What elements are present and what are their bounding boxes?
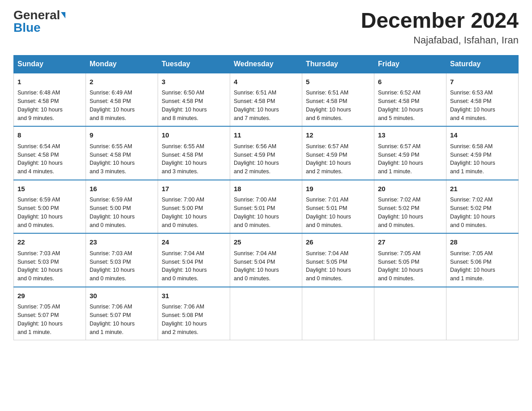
day-number: 13 xyxy=(378,130,442,141)
calendar-cell: 18 Sunrise: 7:00 AM Sunset: 5:01 PM Dayl… xyxy=(230,180,302,234)
day-number: 12 xyxy=(306,130,370,141)
calendar-cell: 22 Sunrise: 7:03 AM Sunset: 5:03 PM Dayl… xyxy=(14,233,86,287)
day-number: 7 xyxy=(450,77,515,87)
week-row-3: 15 Sunrise: 6:59 AM Sunset: 5:00 PM Dayl… xyxy=(14,180,519,234)
day-info: Sunrise: 7:01 AM Sunset: 5:01 PM Dayligh… xyxy=(306,196,370,229)
logo-general-text: General xyxy=(13,9,60,21)
day-info: Sunrise: 6:59 AM Sunset: 5:00 PM Dayligh… xyxy=(17,196,82,229)
calendar-cell: 20 Sunrise: 7:02 AM Sunset: 5:02 PM Dayl… xyxy=(374,180,446,234)
day-number: 9 xyxy=(90,130,154,141)
day-number: 5 xyxy=(306,77,370,87)
title-section: December 2024 Najafabad, Isfahan, Iran xyxy=(361,9,519,46)
day-number: 18 xyxy=(234,184,298,194)
day-info: Sunrise: 6:55 AM Sunset: 4:58 PM Dayligh… xyxy=(90,142,154,176)
day-info: Sunrise: 7:05 AM Sunset: 5:07 PM Dayligh… xyxy=(17,303,82,336)
day-number: 17 xyxy=(162,184,226,194)
weekday-header-wednesday: Wednesday xyxy=(230,55,302,73)
day-info: Sunrise: 6:55 AM Sunset: 4:58 PM Dayligh… xyxy=(162,142,226,176)
calendar-cell: 6 Sunrise: 6:52 AM Sunset: 4:58 PM Dayli… xyxy=(374,73,446,127)
day-info: Sunrise: 6:54 AM Sunset: 4:58 PM Dayligh… xyxy=(17,142,82,176)
day-info: Sunrise: 7:04 AM Sunset: 5:04 PM Dayligh… xyxy=(162,249,226,283)
day-number: 15 xyxy=(17,184,82,194)
calendar-cell: 23 Sunrise: 7:03 AM Sunset: 5:03 PM Dayl… xyxy=(86,233,158,287)
calendar-cell: 27 Sunrise: 7:05 AM Sunset: 5:05 PM Dayl… xyxy=(374,233,446,287)
day-number: 6 xyxy=(378,77,442,87)
day-info: Sunrise: 6:51 AM Sunset: 4:58 PM Dayligh… xyxy=(306,89,370,122)
day-number: 21 xyxy=(450,184,515,194)
day-number: 25 xyxy=(234,237,298,248)
day-info: Sunrise: 6:57 AM Sunset: 4:59 PM Dayligh… xyxy=(306,142,370,176)
calendar-cell xyxy=(374,287,446,340)
calendar-cell xyxy=(230,287,302,340)
calendar-cell: 12 Sunrise: 6:57 AM Sunset: 4:59 PM Dayl… xyxy=(302,126,374,180)
calendar-cell: 5 Sunrise: 6:51 AM Sunset: 4:58 PM Dayli… xyxy=(302,73,374,127)
calendar-cell: 1 Sunrise: 6:48 AM Sunset: 4:58 PM Dayli… xyxy=(14,73,86,127)
calendar-cell: 4 Sunrise: 6:51 AM Sunset: 4:58 PM Dayli… xyxy=(230,73,302,127)
logo-arrow-icon xyxy=(61,12,65,18)
day-number: 1 xyxy=(17,77,82,87)
day-info: Sunrise: 6:49 AM Sunset: 4:58 PM Dayligh… xyxy=(90,89,154,122)
day-number: 8 xyxy=(17,130,82,141)
day-number: 29 xyxy=(17,291,82,301)
day-info: Sunrise: 7:06 AM Sunset: 5:07 PM Dayligh… xyxy=(90,303,154,336)
day-info: Sunrise: 6:52 AM Sunset: 4:58 PM Dayligh… xyxy=(378,89,442,122)
calendar-cell: 28 Sunrise: 7:05 AM Sunset: 5:06 PM Dayl… xyxy=(446,233,519,287)
day-number: 14 xyxy=(450,130,515,141)
calendar-cell: 7 Sunrise: 6:53 AM Sunset: 4:58 PM Dayli… xyxy=(446,73,519,127)
day-number: 11 xyxy=(234,130,298,141)
calendar-cell xyxy=(302,287,374,340)
week-row-4: 22 Sunrise: 7:03 AM Sunset: 5:03 PM Dayl… xyxy=(14,233,519,287)
calendar-cell: 2 Sunrise: 6:49 AM Sunset: 4:58 PM Dayli… xyxy=(86,73,158,127)
calendar-cell: 14 Sunrise: 6:58 AM Sunset: 4:59 PM Dayl… xyxy=(446,126,519,180)
month-title: December 2024 xyxy=(361,9,519,33)
day-info: Sunrise: 7:04 AM Sunset: 5:05 PM Dayligh… xyxy=(306,249,370,283)
day-number: 23 xyxy=(90,237,154,248)
day-info: Sunrise: 7:05 AM Sunset: 5:05 PM Dayligh… xyxy=(378,249,442,283)
day-info: Sunrise: 6:50 AM Sunset: 4:58 PM Dayligh… xyxy=(162,89,226,122)
calendar-cell: 17 Sunrise: 7:00 AM Sunset: 5:00 PM Dayl… xyxy=(158,180,230,234)
calendar-cell: 26 Sunrise: 7:04 AM Sunset: 5:05 PM Dayl… xyxy=(302,233,374,287)
weekday-header-row: SundayMondayTuesdayWednesdayThursdayFrid… xyxy=(14,55,519,73)
day-number: 20 xyxy=(378,184,442,194)
calendar-cell: 21 Sunrise: 7:02 AM Sunset: 5:02 PM Dayl… xyxy=(446,180,519,234)
day-info: Sunrise: 6:57 AM Sunset: 4:59 PM Dayligh… xyxy=(378,142,442,176)
day-number: 16 xyxy=(90,184,154,194)
day-info: Sunrise: 7:04 AM Sunset: 5:04 PM Dayligh… xyxy=(234,249,298,283)
logo-blue-text: Blue xyxy=(13,21,41,34)
day-info: Sunrise: 7:02 AM Sunset: 5:02 PM Dayligh… xyxy=(450,196,515,229)
day-number: 10 xyxy=(162,130,226,141)
calendar-cell: 16 Sunrise: 6:59 AM Sunset: 5:00 PM Dayl… xyxy=(86,180,158,234)
weekday-header-saturday: Saturday xyxy=(446,55,519,73)
calendar-cell: 29 Sunrise: 7:05 AM Sunset: 5:07 PM Dayl… xyxy=(14,287,86,340)
day-info: Sunrise: 6:51 AM Sunset: 4:58 PM Dayligh… xyxy=(234,89,298,122)
week-row-1: 1 Sunrise: 6:48 AM Sunset: 4:58 PM Dayli… xyxy=(14,73,519,127)
calendar-cell: 19 Sunrise: 7:01 AM Sunset: 5:01 PM Dayl… xyxy=(302,180,374,234)
day-number: 31 xyxy=(162,291,226,301)
day-number: 24 xyxy=(162,237,226,248)
calendar-cell: 31 Sunrise: 7:06 AM Sunset: 5:08 PM Dayl… xyxy=(158,287,230,340)
day-info: Sunrise: 7:03 AM Sunset: 5:03 PM Dayligh… xyxy=(90,249,154,283)
day-info: Sunrise: 7:02 AM Sunset: 5:02 PM Dayligh… xyxy=(378,196,442,229)
day-number: 2 xyxy=(90,77,154,87)
calendar-cell: 10 Sunrise: 6:55 AM Sunset: 4:58 PM Dayl… xyxy=(158,126,230,180)
calendar-cell: 15 Sunrise: 6:59 AM Sunset: 5:00 PM Dayl… xyxy=(14,180,86,234)
calendar-table: SundayMondayTuesdayWednesdayThursdayFrid… xyxy=(13,55,519,341)
calendar-cell: 25 Sunrise: 7:04 AM Sunset: 5:04 PM Dayl… xyxy=(230,233,302,287)
calendar-cell: 24 Sunrise: 7:04 AM Sunset: 5:04 PM Dayl… xyxy=(158,233,230,287)
day-info: Sunrise: 6:59 AM Sunset: 5:00 PM Dayligh… xyxy=(90,196,154,229)
day-info: Sunrise: 6:58 AM Sunset: 4:59 PM Dayligh… xyxy=(450,142,515,176)
page-header: General Blue December 2024 Najafabad, Is… xyxy=(13,9,519,46)
day-info: Sunrise: 6:56 AM Sunset: 4:59 PM Dayligh… xyxy=(234,142,298,176)
logo: General Blue xyxy=(13,9,65,34)
day-info: Sunrise: 7:03 AM Sunset: 5:03 PM Dayligh… xyxy=(17,249,82,283)
calendar-cell: 30 Sunrise: 7:06 AM Sunset: 5:07 PM Dayl… xyxy=(86,287,158,340)
weekday-header-friday: Friday xyxy=(374,55,446,73)
weekday-header-monday: Monday xyxy=(86,55,158,73)
calendar-cell: 9 Sunrise: 6:55 AM Sunset: 4:58 PM Dayli… xyxy=(86,126,158,180)
day-info: Sunrise: 7:00 AM Sunset: 5:00 PM Dayligh… xyxy=(162,196,226,229)
calendar-cell: 11 Sunrise: 6:56 AM Sunset: 4:59 PM Dayl… xyxy=(230,126,302,180)
day-info: Sunrise: 6:48 AM Sunset: 4:58 PM Dayligh… xyxy=(17,89,82,122)
day-info: Sunrise: 7:06 AM Sunset: 5:08 PM Dayligh… xyxy=(162,303,226,336)
day-info: Sunrise: 6:53 AM Sunset: 4:58 PM Dayligh… xyxy=(450,89,515,122)
day-number: 27 xyxy=(378,237,442,248)
